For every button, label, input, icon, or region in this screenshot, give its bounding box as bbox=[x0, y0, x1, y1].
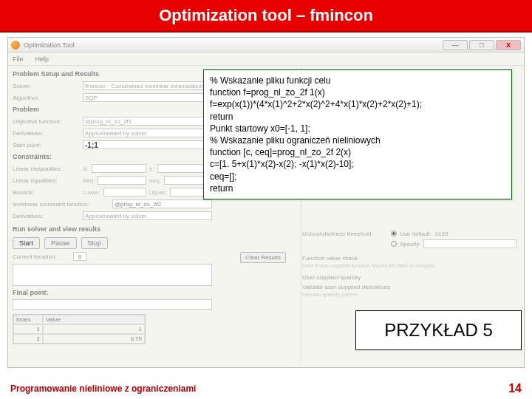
finalpoint-table: Index Value 1 -1 2 0.75 bbox=[13, 314, 146, 344]
constraints-label: Constraints: bbox=[13, 153, 212, 160]
radio-default[interactable] bbox=[391, 231, 397, 236]
algorithm-label: Algorithm: bbox=[13, 95, 83, 101]
nlcon-label: Nonlinear constraint function: bbox=[13, 201, 112, 208]
radio-specify[interactable] bbox=[391, 241, 397, 247]
code-line: function f=prog_nl_zo_2f 1(x) bbox=[210, 86, 505, 98]
footer-left: Programowanie nieliniowe z ograniczeniam… bbox=[10, 383, 196, 394]
bounds-label: Bounds: bbox=[13, 189, 83, 196]
algorithm-select[interactable]: SQP bbox=[83, 93, 212, 102]
clear-results-button[interactable]: Clear Results bbox=[240, 252, 286, 263]
specify-input[interactable] bbox=[423, 239, 516, 248]
lineq-label: Linear equalities: bbox=[13, 177, 83, 184]
left-pane: Problem Setup and Results Solver:fmincon… bbox=[13, 67, 212, 344]
problem-label: Problem bbox=[13, 106, 212, 113]
window-close-button[interactable]: X bbox=[496, 40, 521, 50]
slide-title: Optimization tool – fmincon bbox=[159, 6, 373, 25]
startpoint-label: Start point: bbox=[13, 142, 83, 149]
finalpoint-box bbox=[13, 299, 212, 310]
solver-output bbox=[13, 264, 212, 286]
iteration-value: 8 bbox=[73, 252, 86, 261]
solver-label: Solver: bbox=[13, 83, 83, 89]
window-maximize-button[interactable]: □ bbox=[469, 40, 494, 50]
footer-page-number: 14 bbox=[508, 382, 522, 395]
app-icon bbox=[11, 41, 20, 50]
hess-label: Validate user-supplied derivatives bbox=[302, 284, 516, 290]
solver-select[interactable]: fmincon - Constrained nonlinear minimiza… bbox=[83, 81, 212, 90]
table-header-value: Value bbox=[43, 315, 145, 324]
code-line: % Wskazanie pliku ograniczeń nieliniowyc… bbox=[210, 134, 505, 146]
code-line: return bbox=[210, 111, 505, 123]
code-line: return bbox=[210, 183, 505, 194]
window-titlebar: Optimization Tool — □ X bbox=[8, 38, 524, 52]
code-line: Punkt startowy x0=[-1, 1]; bbox=[210, 123, 505, 134]
objective-input[interactable]: @prog_nl_zo_2f1 bbox=[83, 117, 212, 126]
slide-header: Optimization tool – fmincon bbox=[0, 0, 532, 33]
menu-help[interactable]: Help bbox=[35, 55, 50, 63]
startpoint-input[interactable]: -1;1 bbox=[83, 140, 212, 149]
menu-file[interactable]: File bbox=[13, 55, 24, 63]
radio-specify-label: Specify: bbox=[400, 241, 420, 248]
section-problem-setup: Problem Setup and Results bbox=[13, 70, 212, 78]
nlderiv-select[interactable]: Approximated by solver bbox=[83, 211, 212, 220]
table-row: 1 -1 bbox=[13, 324, 145, 334]
code-line: ceq=[]; bbox=[210, 171, 505, 183]
nlderiv-label: Derivatives: bbox=[13, 213, 83, 219]
code-overlay: % Wskazanie pliku funkcji celu function … bbox=[203, 69, 512, 200]
finalpoint-label: Final point: bbox=[13, 289, 212, 296]
unbound-label: Unboundedness threshold: bbox=[302, 231, 391, 237]
fcheck-label: Function value check bbox=[302, 255, 516, 262]
window-minimize-button[interactable]: — bbox=[443, 40, 468, 50]
derivatives-select[interactable]: Approximated by solver bbox=[83, 129, 212, 137]
sparse-label: User-supplied sparsity bbox=[302, 274, 516, 281]
menu-bar: File Help bbox=[8, 52, 524, 66]
right-pane: Unboundedness threshold: Use default: -1… bbox=[302, 228, 516, 297]
code-line: function [c, ceq]=prog_nl_zo_2f 2(x) bbox=[210, 146, 505, 158]
objective-label: Objective function: bbox=[13, 118, 83, 125]
table-row: 2 0.75 bbox=[13, 334, 145, 344]
table-header-index: Index bbox=[13, 315, 43, 324]
derivatives-label: Derivatives: bbox=[13, 130, 83, 137]
code-line: f=exp(x(1))*(4*x(1)^2+2*x(2)^2+4*x(1)*x(… bbox=[210, 98, 505, 110]
stop-button[interactable]: Stop bbox=[81, 237, 109, 249]
hess-pattern-label: Hessian sparsity pattern bbox=[302, 292, 516, 297]
slide-footer: Programowanie nieliniowe z ograniczeniam… bbox=[0, 378, 532, 399]
example-box: PRZYKŁAD 5 bbox=[355, 310, 522, 350]
lower-input[interactable] bbox=[103, 188, 146, 197]
A-input[interactable] bbox=[92, 164, 146, 173]
code-line: % Wskazanie pliku funkcji celu bbox=[210, 75, 505, 86]
pause-button[interactable]: Pause bbox=[44, 237, 77, 249]
fcheck-detail: Error if user-supplied function returns … bbox=[302, 263, 516, 268]
example-label: PRZYKŁAD 5 bbox=[384, 320, 493, 341]
Aeq-input[interactable] bbox=[98, 176, 146, 185]
linineq-label: Linear inequalities: bbox=[13, 166, 83, 172]
code-line: c=[1. 5+x(1)*x(2)-x(2); -x(1)*x(2)-10]; bbox=[210, 158, 505, 170]
start-button[interactable]: Start bbox=[13, 237, 40, 249]
iteration-label: Current iteration: bbox=[13, 253, 70, 260]
radio-default-label: Use default: -1e20 bbox=[400, 231, 448, 237]
nlcon-input[interactable]: @prog_nl_zo_2f2 bbox=[112, 200, 212, 208]
run-section-label: Run solver and view results bbox=[13, 225, 212, 233]
window-title: Optimization Tool bbox=[24, 41, 441, 49]
slide-content: Optimization Tool — □ X File Help Proble… bbox=[0, 33, 532, 378]
